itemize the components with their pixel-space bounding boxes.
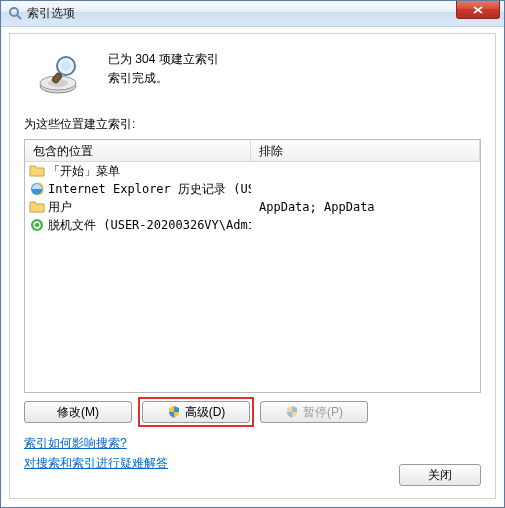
- locations-label: 为这些位置建立索引:: [24, 116, 481, 133]
- drive-search-icon: [36, 48, 84, 96]
- indexed-count-text: 已为 304 项建立索引: [108, 50, 219, 69]
- svg-point-10: [31, 219, 43, 231]
- status-text: 已为 304 项建立索引 索引完成。: [108, 48, 219, 88]
- shield-icon: [167, 405, 181, 419]
- item-label: Internet Explorer 历史记录 (USE...: [48, 181, 251, 198]
- list-item[interactable]: 用户 AppData; AppData: [25, 198, 480, 216]
- window-title: 索引选项: [27, 5, 75, 22]
- index-complete-text: 索引完成。: [108, 69, 219, 88]
- titlebar: 索引选项: [1, 1, 504, 27]
- help-link-search[interactable]: 索引如何影响搜索?: [24, 433, 127, 453]
- shield-icon: [285, 405, 299, 419]
- locations-listview[interactable]: 包含的位置 排除 「开始」菜单 Internet Explorer 历史记录 (…: [24, 139, 481, 393]
- svg-point-0: [10, 8, 18, 16]
- pause-button: 暂停(P): [260, 401, 368, 423]
- close-dialog-button[interactable]: 关闭: [399, 464, 481, 486]
- sync-icon: [29, 217, 45, 233]
- column-location[interactable]: 包含的位置: [25, 140, 251, 161]
- app-icon: [7, 6, 23, 22]
- listview-header: 包含的位置 排除: [25, 140, 480, 162]
- item-label: 脱机文件 (USER-20200326VY\Admin...: [48, 217, 251, 234]
- folder-icon: [29, 163, 45, 179]
- column-exclude[interactable]: 排除: [251, 140, 480, 161]
- list-item[interactable]: 脱机文件 (USER-20200326VY\Admin...: [25, 216, 480, 234]
- indexing-options-dialog: 索引选项 已为 304 项建立索引 索引完成。 为这些位置建立索引: [0, 0, 505, 508]
- close-button[interactable]: [456, 1, 500, 19]
- list-item[interactable]: Internet Explorer 历史记录 (USE...: [25, 180, 480, 198]
- svg-line-1: [17, 15, 21, 19]
- item-label: 「开始」菜单: [48, 163, 120, 180]
- advanced-button[interactable]: 高级(D): [142, 401, 250, 423]
- list-item[interactable]: 「开始」菜单: [25, 162, 480, 180]
- item-exclude: AppData; AppData: [251, 200, 480, 214]
- ie-icon: [29, 181, 45, 197]
- modify-button[interactable]: 修改(M): [24, 401, 132, 423]
- item-label: 用户: [48, 199, 72, 216]
- help-link-troubleshoot[interactable]: 对搜索和索引进行疑难解答: [24, 453, 168, 473]
- folder-icon: [29, 199, 45, 215]
- listview-body: 「开始」菜单 Internet Explorer 历史记录 (USE... 用户: [25, 162, 480, 234]
- status-row: 已为 304 项建立索引 索引完成。: [24, 48, 481, 96]
- button-row: 修改(M) 高级(D) 暂停(P): [24, 401, 481, 423]
- svg-point-6: [61, 61, 71, 71]
- dialog-content: 已为 304 项建立索引 索引完成。 为这些位置建立索引: 包含的位置 排除 「…: [9, 33, 496, 499]
